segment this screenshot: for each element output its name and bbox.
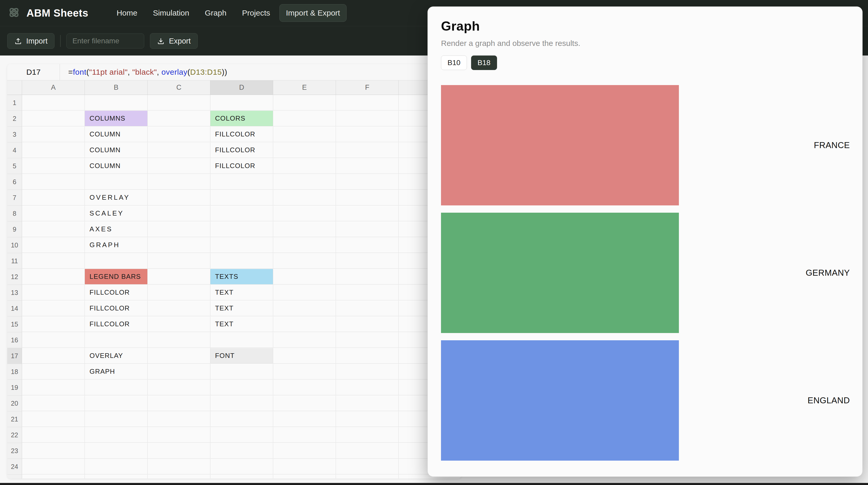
cell-E2[interactable]	[273, 111, 336, 126]
cell-A3[interactable]	[22, 127, 85, 142]
cell-C11[interactable]	[148, 253, 210, 269]
select-all-corner[interactable]	[7, 80, 22, 95]
cell-A1[interactable]	[22, 95, 85, 110]
cell-F6[interactable]	[336, 174, 399, 190]
row-header-12[interactable]: 12	[7, 269, 22, 285]
cell-B8[interactable]: SCALEY	[85, 206, 148, 221]
cell-E20[interactable]	[273, 395, 336, 411]
row-header-24[interactable]: 24	[7, 459, 22, 475]
cell-B5[interactable]: COLUMN	[85, 158, 148, 174]
row-header-6[interactable]: 6	[7, 174, 22, 190]
cell-D5[interactable]: FILLCOLOR	[210, 158, 273, 174]
cell-B4[interactable]: COLUMN	[85, 142, 148, 158]
column-header-f[interactable]: F	[336, 80, 399, 95]
graph-tab-b10[interactable]: B10	[441, 56, 467, 70]
cell-D8[interactable]	[210, 206, 273, 221]
cell-A8[interactable]	[22, 206, 85, 221]
cell-E9[interactable]	[273, 222, 336, 237]
cell-B24[interactable]	[85, 459, 148, 474]
cell-B12[interactable]: LEGEND BARS	[85, 269, 148, 285]
cell-E4[interactable]	[273, 142, 336, 158]
cell-A19[interactable]	[22, 380, 85, 395]
cell-E14[interactable]	[273, 300, 336, 316]
row-header-19[interactable]: 19	[7, 380, 22, 395]
nav-link-home[interactable]: Home	[110, 4, 144, 22]
row-header-14[interactable]: 14	[7, 300, 22, 316]
cell-F22[interactable]	[336, 427, 399, 443]
column-header-a[interactable]: A	[22, 80, 85, 95]
row-header-10[interactable]: 10	[7, 237, 22, 253]
cell-F7[interactable]	[336, 190, 399, 205]
cell-F2[interactable]	[336, 111, 399, 126]
cell-C4[interactable]	[148, 142, 210, 158]
cell-F12[interactable]	[336, 269, 399, 285]
column-header-c[interactable]: C	[148, 80, 210, 95]
cell-C20[interactable]	[148, 395, 210, 411]
nav-link-simulation[interactable]: Simulation	[147, 4, 195, 22]
cell-B9[interactable]: AXES	[85, 222, 148, 237]
cell-B1[interactable]	[85, 95, 148, 110]
cell-B15[interactable]: FILLCOLOR	[85, 316, 148, 332]
cell-D4[interactable]: FILLCOLOR	[210, 142, 273, 158]
cell-A22[interactable]	[22, 427, 85, 443]
cell-B10[interactable]: GRAPH	[85, 237, 148, 253]
row-header-7[interactable]: 7	[7, 190, 22, 206]
cell-E17[interactable]	[273, 348, 336, 364]
cell-C6[interactable]	[148, 174, 210, 190]
cell-D12[interactable]: TEXTS	[210, 269, 273, 285]
cell-F16[interactable]	[336, 332, 399, 348]
cell-F4[interactable]	[336, 142, 399, 158]
cell-B11[interactable]	[85, 253, 148, 269]
cell-A5[interactable]	[22, 158, 85, 174]
cell-B20[interactable]	[85, 395, 148, 411]
cell-F8[interactable]	[336, 206, 399, 221]
cell-C24[interactable]	[148, 459, 210, 474]
cell-B23[interactable]	[85, 443, 148, 458]
cell-B7[interactable]: OVERLAY	[85, 190, 148, 205]
cell-A16[interactable]	[22, 332, 85, 348]
cell-C1[interactable]	[148, 95, 210, 110]
cell-D2[interactable]: COLORS	[210, 111, 273, 126]
cell-C21[interactable]	[148, 411, 210, 427]
row-header-20[interactable]: 20	[7, 395, 22, 411]
cell-D15[interactable]: TEXT	[210, 316, 273, 332]
row-header-18[interactable]: 18	[7, 364, 22, 380]
cell-D10[interactable]	[210, 237, 273, 253]
cell-A14[interactable]	[22, 300, 85, 316]
cell-F19[interactable]	[336, 380, 399, 395]
cell-C8[interactable]	[148, 206, 210, 221]
graph-tab-b18[interactable]: B18	[471, 56, 497, 70]
cell-F11[interactable]	[336, 253, 399, 269]
cell-D9[interactable]	[210, 222, 273, 237]
row-header-1[interactable]: 1	[7, 95, 22, 111]
cell-B18[interactable]: GRAPH	[85, 364, 148, 380]
row-header-2[interactable]: 2	[7, 111, 22, 127]
cell-B14[interactable]: FILLCOLOR	[85, 300, 148, 316]
cell-B3[interactable]: COLUMN	[85, 127, 148, 142]
cell-C17[interactable]	[148, 348, 210, 364]
cell-B19[interactable]	[85, 380, 148, 395]
cell-B17[interactable]: OVERLAY	[85, 348, 148, 364]
row-header-4[interactable]: 4	[7, 142, 22, 158]
cell-F10[interactable]	[336, 237, 399, 253]
cell-A15[interactable]	[22, 316, 85, 332]
cell-D25[interactable]	[210, 475, 273, 479]
cell-C9[interactable]	[148, 222, 210, 237]
cell-D17[interactable]: FONT	[210, 348, 273, 364]
cell-A20[interactable]	[22, 395, 85, 411]
cell-E18[interactable]	[273, 364, 336, 380]
cell-E22[interactable]	[273, 427, 336, 443]
cell-D21[interactable]	[210, 411, 273, 427]
cell-F21[interactable]	[336, 411, 399, 427]
cell-A2[interactable]	[22, 111, 85, 126]
nav-link-graph[interactable]: Graph	[199, 4, 233, 22]
row-header-9[interactable]: 9	[7, 222, 22, 237]
row-header-22[interactable]: 22	[7, 427, 22, 443]
cell-A17[interactable]	[22, 348, 85, 364]
row-header-23[interactable]: 23	[7, 443, 22, 459]
cell-E19[interactable]	[273, 380, 336, 395]
cell-A23[interactable]	[22, 443, 85, 458]
cell-A25[interactable]	[22, 475, 85, 479]
column-header-d[interactable]: D	[210, 80, 273, 95]
cell-A24[interactable]	[22, 459, 85, 474]
